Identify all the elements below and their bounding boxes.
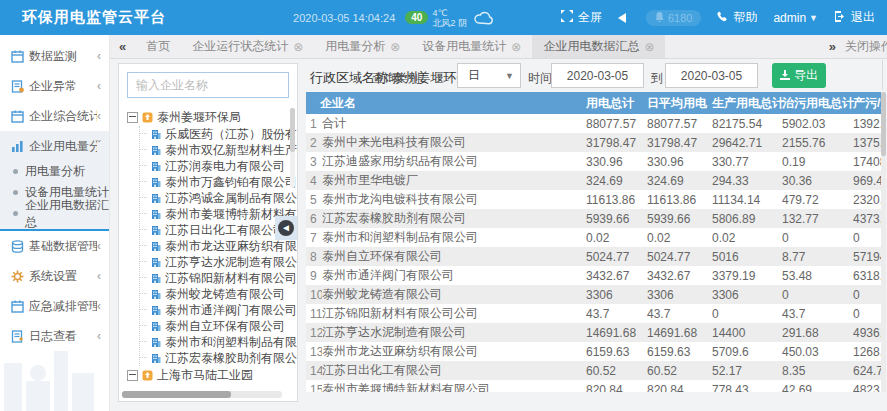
row-index: 7 [306, 228, 322, 247]
column-header: 产污/治污(用 [853, 92, 882, 114]
column-header: 用电总计 [586, 92, 647, 114]
tab-close-icon[interactable]: ⊗ [644, 41, 654, 53]
logout-icon [834, 11, 846, 25]
table-vertical-scrollbar[interactable] [881, 92, 886, 392]
tree-company-item[interactable]: 江苏锦阳新材料有限公司公司 [140, 270, 297, 286]
logout-button[interactable]: 退出 [834, 9, 875, 26]
company-name-cell: 泰州蛟龙铸造有限公司 [322, 285, 586, 304]
date-to-input[interactable] [665, 63, 758, 88]
tab-close-icon[interactable]: ⊗ [511, 41, 521, 53]
tree-company-item[interactable]: 泰州市双亿新型材料生产有限公司 [140, 142, 297, 158]
tree-expander-icon[interactable] [127, 112, 138, 123]
sidebar-item-2[interactable]: 企业综合统计‹ [0, 101, 109, 131]
tree-company-item[interactable]: 江苏鸿诚金属制品有限公司 [140, 190, 297, 206]
table-row[interactable]: 15泰州市姜堰博特新材料有限公司820.84820.84778.4342.694… [306, 380, 882, 392]
tab-0[interactable]: 首页 [135, 35, 181, 58]
fullscreen-icon [561, 10, 573, 25]
building-icon [151, 177, 161, 188]
sidebar-item-3[interactable]: 企业用电量分析ˇ [0, 131, 109, 161]
tree-company-label: 泰州市龙达亚麻纺织有限公司 [165, 238, 297, 255]
value-cell: 4373.65 [853, 209, 882, 228]
alarm-count-badge[interactable]: 6180 [646, 10, 701, 26]
export-button[interactable]: 导出 [772, 63, 826, 88]
user-menu[interactable]: admin ▼ [773, 11, 818, 25]
sidebar-item-0[interactable]: 数据监测‹ [0, 41, 109, 71]
table-row[interactable]: 10泰州蛟龙铸造有限公司33063306330600 [306, 285, 882, 304]
volume-icon[interactable] [618, 13, 626, 23]
row-index: 15 [306, 380, 322, 392]
table-row[interactable]: 4泰州市里华电镀厂324.69324.69294.3330.36969.47 [306, 171, 882, 190]
tree-root-1[interactable]: 上海市马陆工业园 [127, 366, 297, 384]
tab-close-icon[interactable]: ⊗ [390, 41, 400, 53]
query-type-select[interactable]: 日 ▼ [457, 63, 521, 88]
sidebar-expanded-group: 企业用电量分析ˇ用电量分析设备用电量统计企业用电数据汇总 [0, 131, 109, 231]
tabs-scroll-left-icon[interactable]: « [110, 39, 135, 54]
help-button[interactable]: 帮助 [717, 9, 757, 26]
table-row[interactable]: 5泰州市龙沟电镀科技有限公司11613.8611613.8611134.1447… [306, 190, 882, 209]
value-cell: 330.96 [586, 152, 647, 171]
table-row[interactable]: 1合计88077.5788077.5782175.545902.031392.3… [306, 114, 882, 133]
table-row[interactable]: 9泰州市通洋阀门有限公司3432.673432.673379.1953.4863… [306, 266, 882, 285]
tree-company-item[interactable]: 泰州市万鑫钧铂有限公司 [140, 174, 297, 190]
sidebar-item-1[interactable]: 企业异常‹ [0, 71, 109, 101]
tree-company-item[interactable]: 泰州市姜堰博特新材料有限公司 [140, 206, 297, 222]
table-row[interactable]: 13泰州市龙达亚麻纺织有限公司6159.636159.635709.6450.0… [306, 342, 882, 361]
chevron-left-icon: ‹ [97, 300, 101, 312]
company-search-input[interactable] [127, 72, 289, 98]
panel-collapse-button[interactable]: ◄ [278, 220, 294, 236]
sidebar-item-6[interactable]: 应急减排管理‹ [0, 291, 109, 321]
table-row[interactable]: 7泰州市和润塑料制品有限公司0.020.020.0200 [306, 228, 882, 247]
tree-horizontal-scrollbar[interactable] [122, 391, 282, 398]
sidebar-item-label: 应急减排管理 [29, 298, 97, 315]
table-row[interactable]: 2泰州中来光电科技有限公司31798.4731798.4729642.71215… [306, 133, 882, 152]
tree-root-0[interactable]: 泰州姜堰环保局 [127, 108, 297, 126]
tree-company-item[interactable]: 江苏宏泰橡胶助剂有限公司 [140, 350, 297, 366]
sidebar-item-7[interactable]: 日志查看‹ [0, 321, 109, 351]
bullet-icon [13, 211, 18, 216]
weather-temp: 4℃ [432, 8, 447, 18]
value-cell: 5016 [712, 247, 782, 266]
table-row[interactable]: 3江苏迪盛家用纺织品有限公司330.96330.96330.770.191740… [306, 152, 882, 171]
tree-company-item[interactable]: 江苏亨达水泥制造有限公司 [140, 254, 297, 270]
tree-company-item[interactable]: 江苏润泰电力有限公司 [140, 158, 297, 174]
building-icon [151, 241, 161, 252]
table-row[interactable]: 12江苏亨达水泥制造有限公司14691.6814691.6814400291.6… [306, 323, 882, 342]
tree-company-item[interactable]: 乐威医药（江苏）股份有限公司 [140, 126, 297, 142]
tree-company-item[interactable]: 泰州市通洋阀门有限公司 [140, 302, 297, 318]
date-from-input[interactable] [551, 63, 644, 88]
tree-company-item[interactable]: 江苏日出化工有限公司 [140, 222, 297, 238]
value-cell: 14691.68 [586, 323, 647, 342]
tree-company-item[interactable]: 泰州市龙达亚麻纺织有限公司 [140, 238, 297, 254]
tabs-scroll-right-icon[interactable]: » [820, 39, 845, 54]
table-row[interactable]: 8泰州自立环保有限公司5024.775024.7750168.7757194.9… [306, 247, 882, 266]
tab-4[interactable]: 企业用电数据汇总⊗ [532, 35, 665, 58]
sidebar: 数据监测‹企业异常‹企业综合统计‹企业用电量分析ˇ用电量分析设备用电量统计企业用… [0, 35, 110, 411]
tree-company-item[interactable]: 泰州市和润塑料制品有限公司 [140, 334, 297, 350]
table-row[interactable]: 11江苏锦阳新材料有限公司公司43.743.7043.70 [306, 304, 882, 323]
tab-1[interactable]: 企业运行状态统计⊗ [181, 35, 314, 58]
tree-vertical-scrollbar[interactable] [290, 108, 295, 188]
tab-close-icon[interactable]: ⊗ [293, 41, 303, 53]
column-header: 治污用电总计 [782, 92, 853, 114]
table-row[interactable]: 14江苏日出化工有限公司60.5260.5252.178.35624.79 [306, 361, 882, 380]
sidebar-subitem[interactable]: 用电量分析 [0, 161, 109, 182]
sidebar-item-5[interactable]: 系统设置‹ [0, 261, 109, 291]
calendar-icon [10, 299, 24, 313]
sidebar-subitem[interactable]: 企业用电数据汇总 [0, 203, 109, 224]
sidebar-item-4[interactable]: 基础数据管理‹ [0, 231, 109, 261]
value-cell: 60.52 [647, 361, 712, 380]
tab-label: 首页 [146, 38, 170, 55]
value-cell: 5709.6 [712, 342, 782, 361]
tree-company-item[interactable]: 泰州蛟龙铸造有限公司 [140, 286, 297, 302]
tab-3[interactable]: 设备用电量统计⊗ [411, 35, 532, 58]
tab-2[interactable]: 用电量分析⊗ [314, 35, 411, 58]
company-name-cell: 合计 [322, 114, 586, 133]
chevron-left-icon: ‹ [97, 80, 101, 92]
close-operations-button[interactable]: 关闭操作 [845, 38, 887, 55]
tree-expander-icon[interactable] [127, 370, 138, 381]
tree-company-item[interactable]: 泰州自立环保有限公司 [140, 318, 297, 334]
fullscreen-button[interactable]: 全屏 [561, 9, 602, 26]
table-row[interactable]: 6江苏宏泰橡胶助剂有限公司5939.665939.665806.89132.77… [306, 209, 882, 228]
value-cell: 6159.63 [647, 342, 712, 361]
value-cell: 0 [712, 304, 782, 323]
